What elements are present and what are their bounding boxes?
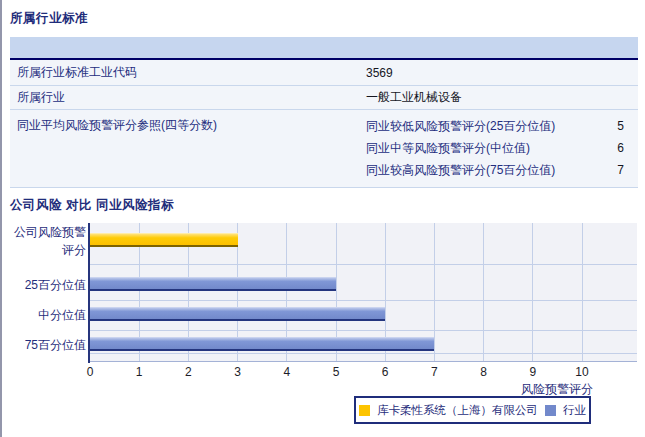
vertical-gridline [434,223,435,361]
row-value: 3569 [366,66,638,80]
vertical-gridline [532,223,533,361]
table-body: 所属行业标准工业代码 3569 所属行业 一般工业机械设备 同业平均风险预警评分… [10,60,638,188]
x-tick-label: 4 [283,365,290,379]
chart-plot-area [90,223,637,362]
quartile-value: 5 [617,119,624,133]
category-label: 中分位值 [4,306,86,324]
vertical-gridline [582,223,583,361]
bar-中分位值 [90,307,385,321]
x-tick-label: 8 [480,365,487,379]
category-label: 75百分位值 [4,336,86,354]
table-header-band [10,37,638,60]
quartile-item-median: 同业中等风险预警评分(中位值) 6 [366,137,624,159]
row-label: 所属行业标准工业代码 [10,64,366,81]
x-tick-label: 0 [87,365,94,379]
group-row-label: 同业平均风险预警评分参照(四等分数) [10,115,366,181]
x-tick-label: 3 [234,365,241,379]
x-tick-label: 9 [529,365,536,379]
horizontal-gridline [90,330,637,331]
bar-25百分位值 [90,277,336,291]
quartile-label: 同业中等风险预警评分(中位值) [366,140,530,157]
x-tick-label: 1 [136,365,143,379]
quartile-item-low: 同业较低风险预警评分(25百分位值) 5 [366,115,624,137]
horizontal-gridline [90,353,637,354]
industry-standard-table: 所属行业标准工业代码 3569 所属行业 一般工业机械设备 同业平均风险预警评分… [10,37,638,188]
quartile-value: 7 [617,163,624,177]
bar-75百分位值 [90,337,434,351]
section-title-industry-standard: 所属行业标准 [10,10,88,27]
row-label: 所属行业 [10,89,366,106]
quartile-label: 同业较低风险预警评分(25百分位值) [366,118,555,135]
quartile-list: 同业较低风险预警评分(25百分位值) 5 同业中等风险预警评分(中位值) 6 同… [366,115,638,181]
x-tick-label: 5 [333,365,340,379]
chart-legend: 库卡柔性系统（上海）有限公司行业 [354,396,591,424]
horizontal-gridline [90,300,637,301]
quartile-label: 同业较高风险预警评分(75百分位值) [366,162,555,179]
legend-swatch-industry [545,405,556,416]
bar-公司风险预警评分 [90,233,238,247]
table-row-industry: 所属行业 一般工业机械设备 [10,86,638,110]
table-row-industry-code: 所属行业标准工业代码 3569 [10,60,638,86]
x-tick-label: 7 [431,365,438,379]
vertical-gridline [483,223,484,361]
legend-label-industry: 行业 [563,403,586,418]
quartile-value: 6 [617,141,624,155]
category-label: 公司风险预警评分 [4,223,86,259]
horizontal-gridline [90,264,637,265]
section-title-risk-comparison: 公司风险 对比 同业风险指标 [10,197,174,214]
table-row-peer-quartiles: 同业平均风险预警评分参照(四等分数) 同业较低风险预警评分(25百分位值) 5 … [10,110,638,188]
quartile-item-high: 同业较高风险预警评分(75百分位值) 7 [366,159,624,181]
report-page: 所属行业标准 所属行业标准工业代码 3569 所属行业 一般工业机械设备 同业平… [0,0,645,437]
x-tick-label: 6 [382,365,389,379]
row-value: 一般工业机械设备 [366,89,638,106]
category-label: 25百分位值 [4,276,86,294]
legend-swatch-company [359,405,370,416]
x-tick-label: 10 [575,365,588,379]
x-tick-label: 2 [185,365,192,379]
legend-label-company: 库卡柔性系统（上海）有限公司 [377,403,538,418]
